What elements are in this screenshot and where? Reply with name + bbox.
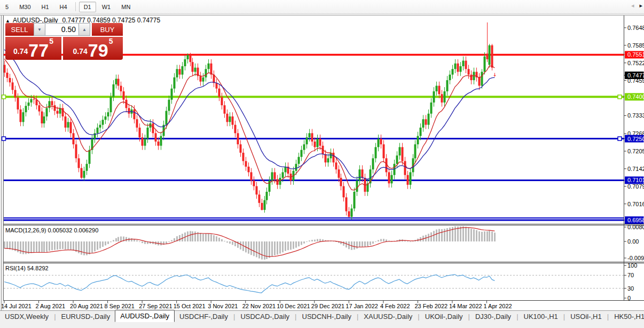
tab-usdcad-daily[interactable]: USDCAD-,Daily bbox=[235, 311, 294, 322]
buy-price-pipette: 5 bbox=[109, 37, 113, 45]
svg-text:4 Feb 2022: 4 Feb 2022 bbox=[380, 303, 410, 309]
rsi-name: RSI(14) bbox=[5, 265, 26, 271]
svg-text:0.008063: 0.008063 bbox=[627, 224, 644, 230]
tab-dj30-daily[interactable]: DJ30-,Daily bbox=[470, 311, 516, 322]
svg-text:27 Sep 2021: 27 Sep 2021 bbox=[139, 303, 172, 309]
svg-text:2 Aug 2021: 2 Aug 2021 bbox=[36, 303, 66, 309]
timeframe-button-h1[interactable]: H1 bbox=[37, 2, 54, 12]
tab-audusd-daily[interactable]: AUDUSD-,Daily bbox=[115, 310, 175, 322]
chevron-down-icon: ▼ bbox=[37, 27, 42, 32]
sell-price-box[interactable]: 0.74 77 5 bbox=[5, 37, 61, 60]
buy-price-main: 79 bbox=[88, 42, 108, 58]
svg-text:0: 0 bbox=[627, 295, 631, 301]
timeframe-button-h4[interactable]: H4 bbox=[55, 2, 72, 12]
timeframe-button-5[interactable]: 5 bbox=[1, 2, 13, 12]
volume-input[interactable] bbox=[45, 23, 78, 36]
tab-usoil-h1[interactable]: USOil-,H1 bbox=[566, 311, 607, 322]
tab-eurusd-daily[interactable]: EURUSD-,Daily bbox=[57, 311, 115, 322]
rsi-value: 54.8292 bbox=[27, 265, 49, 271]
svg-text:20 Aug 2021: 20 Aug 2021 bbox=[70, 303, 103, 309]
svg-text:0.70795: 0.70795 bbox=[627, 183, 644, 190]
svg-text:0.00: 0.00 bbox=[627, 238, 639, 245]
tab-scroll-right-icon[interactable]: ▸ bbox=[639, 2, 642, 9]
svg-text:22 Nov 2021: 22 Nov 2021 bbox=[242, 303, 276, 309]
sell-price-main: 77 bbox=[28, 42, 49, 58]
timeframe-button-mn[interactable]: MN bbox=[116, 2, 135, 12]
sell-button[interactable]: SELL bbox=[5, 23, 34, 36]
timeframe-button-d1[interactable]: D1 bbox=[79, 2, 96, 12]
buy-price-box[interactable]: 0.74 79 5 bbox=[63, 37, 123, 60]
buy-button[interactable]: BUY bbox=[92, 23, 123, 36]
svg-text:0.69582: 0.69582 bbox=[627, 217, 644, 223]
timeframe-button-w1[interactable]: W1 bbox=[97, 2, 116, 12]
svg-text:15 Oct 2021: 15 Oct 2021 bbox=[174, 303, 206, 309]
tab-scroll-buttons: ◂ ▸ bbox=[627, 2, 642, 9]
svg-text:10 Dec 2021: 10 Dec 2021 bbox=[277, 303, 310, 309]
svg-text:0.70165: 0.70165 bbox=[627, 201, 644, 207]
svg-text:23 Feb 2022: 23 Feb 2022 bbox=[414, 303, 447, 309]
sell-price-pipette: 5 bbox=[49, 37, 53, 45]
svg-text:70: 70 bbox=[627, 272, 634, 278]
macd-label: MACD(12,26,9) 0.005032 0.006290 bbox=[5, 227, 98, 233]
sell-price-prefix: 0.74 bbox=[13, 47, 28, 56]
svg-text:29 Dec 2021: 29 Dec 2021 bbox=[311, 303, 344, 309]
svg-text:8 Sep 2021: 8 Sep 2021 bbox=[105, 303, 135, 309]
chevron-up-icon: ▲ bbox=[82, 27, 87, 32]
svg-text:0.75850: 0.75850 bbox=[627, 42, 644, 49]
volume-increase-button[interactable]: ▲ bbox=[78, 23, 90, 36]
tab-usdcnh-daily[interactable]: USDCNH-,Daily bbox=[297, 311, 356, 322]
svg-text:0.72504: 0.72504 bbox=[627, 136, 644, 142]
svg-text:0.73330: 0.73330 bbox=[627, 112, 644, 119]
svg-text:-0.00928: -0.00928 bbox=[627, 255, 644, 261]
rsi-label: RSI(14) 54.8292 bbox=[5, 265, 49, 271]
svg-text:0.74775: 0.74775 bbox=[627, 72, 644, 79]
svg-text:14 Mar 2022: 14 Mar 2022 bbox=[449, 303, 482, 309]
svg-text:0.75220: 0.75220 bbox=[627, 60, 644, 66]
one-click-trade-panel: SELL ▼ ▲ BUY 0.74 77 5 0.74 79 5 bbox=[5, 23, 123, 60]
macd-values: 0.005032 0.006290 bbox=[48, 227, 98, 233]
macd-name: MACD(12,26,9) bbox=[5, 227, 46, 233]
svg-text:0.74002: 0.74002 bbox=[627, 93, 644, 100]
svg-text:100: 100 bbox=[627, 262, 637, 269]
tab-ukoil-daily[interactable]: UKOil-,Daily bbox=[420, 311, 468, 322]
svg-text:0.76480: 0.76480 bbox=[627, 25, 644, 31]
tab-scroll-left-icon[interactable]: ◂ bbox=[631, 2, 634, 9]
svg-text:30: 30 bbox=[627, 285, 634, 292]
tab-hk50-h1[interactable]: HK50-,H1 bbox=[609, 311, 644, 322]
svg-text:0.75512: 0.75512 bbox=[627, 51, 644, 58]
svg-text:1 Apr 2022: 1 Apr 2022 bbox=[484, 303, 512, 309]
svg-text:0.71425: 0.71425 bbox=[627, 166, 644, 172]
symbol-tab-bar: USDX,Weekly|EURUSD-,DailyAUDUSD-,DailyUS… bbox=[0, 310, 644, 322]
trading-terminal: { "toolbar": { "items": [ {"label":"5"},… bbox=[0, 0, 644, 328]
svg-text:0.72055: 0.72055 bbox=[627, 148, 644, 154]
timeframe-toolbar: 5M30H1H4D1W1MN bbox=[0, 0, 644, 14]
volume-decrease-button[interactable]: ▼ bbox=[34, 23, 45, 36]
toolbar-separator bbox=[75, 2, 76, 11]
tab-uk100-h1[interactable]: UK100-,H1 bbox=[519, 311, 563, 322]
buy-price-prefix: 0.74 bbox=[73, 47, 88, 56]
svg-text:3 Nov 2021: 3 Nov 2021 bbox=[208, 303, 238, 309]
svg-text:14 Jul 2021: 14 Jul 2021 bbox=[1, 303, 32, 309]
timeframe-button-m30[interactable]: M30 bbox=[14, 2, 35, 12]
svg-text:17 Jan 2022: 17 Jan 2022 bbox=[345, 303, 378, 309]
tab-usdx-weekly[interactable]: USDX,Weekly bbox=[0, 311, 53, 322]
svg-text:0.71013: 0.71013 bbox=[627, 177, 644, 183]
tab-xauusd-daily[interactable]: XAUUSD-,Daily bbox=[359, 311, 417, 322]
tab-usdchf-daily[interactable]: USDCHF-,Daily bbox=[175, 311, 233, 322]
